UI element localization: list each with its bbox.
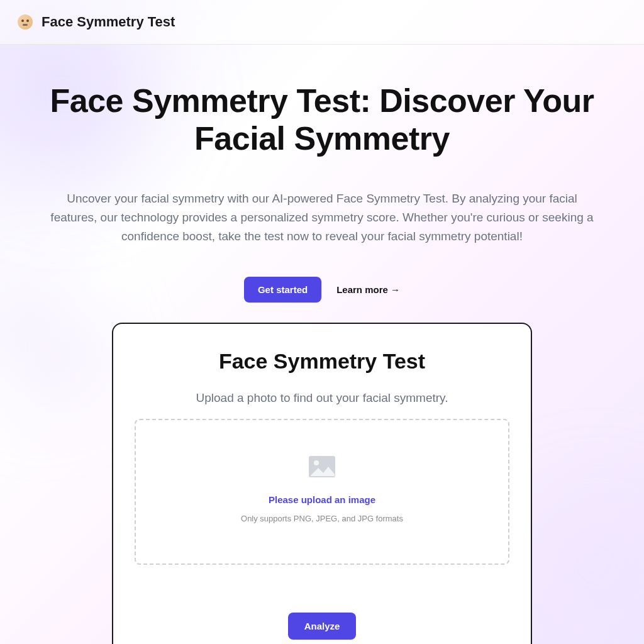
learn-more-link[interactable]: Learn more → (336, 284, 400, 295)
logo-icon (18, 14, 33, 30)
card-title: Face Symmetry Test (135, 349, 509, 374)
hero-description: Uncover your facial symmetry with our AI… (45, 189, 599, 247)
svg-point-1 (314, 460, 319, 465)
dropzone-title: Please upload an image (269, 494, 375, 505)
card-subtitle: Upload a photo to find out your facial s… (135, 391, 509, 405)
dropzone-hint: Only supports PNG, JPEG, and JPG formats (241, 514, 403, 523)
hero-title: Face Symmetry Test: Discover Your Facial… (25, 82, 619, 158)
image-placeholder-icon (308, 455, 336, 478)
site-header: Face Symmetry Test (0, 0, 644, 45)
upload-card: Face Symmetry Test Upload a photo to fin… (112, 323, 532, 644)
header-title: Face Symmetry Test (42, 14, 175, 30)
upload-dropzone[interactable]: Please upload an image Only supports PNG… (135, 419, 509, 565)
cta-row: Get started Learn more → (25, 277, 619, 303)
analyze-button[interactable]: Analyze (288, 613, 357, 640)
main-content: Face Symmetry Test: Discover Your Facial… (0, 45, 644, 644)
get-started-button[interactable]: Get started (244, 277, 321, 303)
